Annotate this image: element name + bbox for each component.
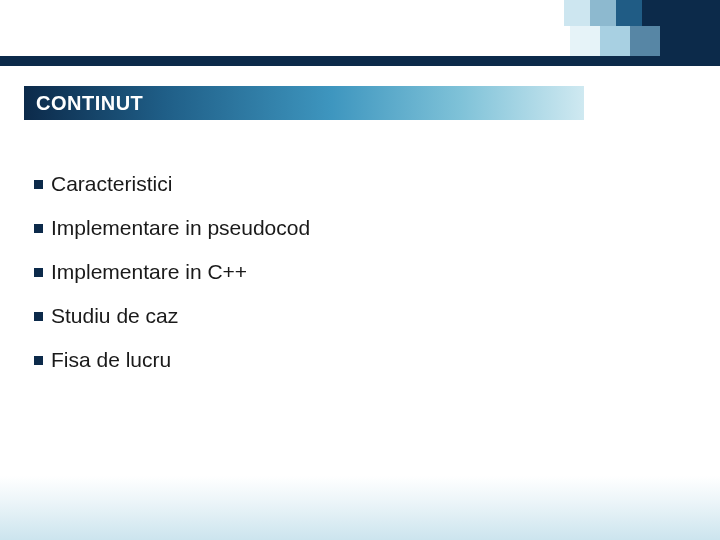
list-item-label: Implementare in pseudocod xyxy=(51,216,310,240)
list-item: Fisa de lucru xyxy=(34,348,680,372)
list-item-label: Fisa de lucru xyxy=(51,348,171,372)
list-item-label: Studiu de caz xyxy=(51,304,178,328)
slide: CONTINUT Caracteristici Implementare in … xyxy=(0,0,720,540)
top-bar xyxy=(0,56,720,66)
list-item: Studiu de caz xyxy=(34,304,680,328)
list-item-label: Caracteristici xyxy=(51,172,172,196)
list-item: Caracteristici xyxy=(34,172,680,196)
list-item: Implementare in pseudocod xyxy=(34,216,680,240)
square-bullet-icon xyxy=(34,180,43,189)
square-bullet-icon xyxy=(34,356,43,365)
title-bar: CONTINUT xyxy=(24,86,584,120)
square-bullet-icon xyxy=(34,224,43,233)
content-list: Caracteristici Implementare in pseudocod… xyxy=(34,172,680,392)
list-item-label: Implementare in C++ xyxy=(51,260,247,284)
corner-decoration xyxy=(400,0,720,56)
list-item: Implementare in C++ xyxy=(34,260,680,284)
square-bullet-icon xyxy=(34,312,43,321)
square-bullet-icon xyxy=(34,268,43,277)
slide-title: CONTINUT xyxy=(36,92,143,115)
footer-gradient xyxy=(0,476,720,540)
